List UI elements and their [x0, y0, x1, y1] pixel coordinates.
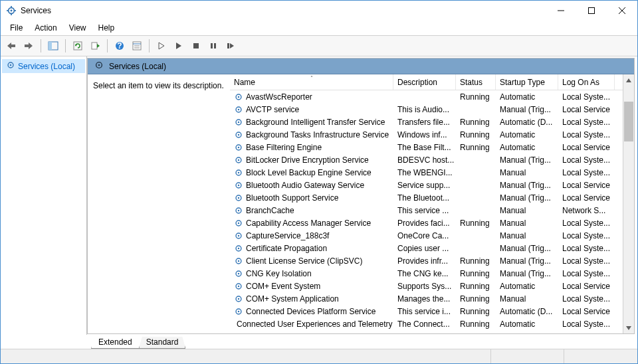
start-service-button-alt[interactable]	[171, 38, 187, 54]
service-row[interactable]: Connected Devices Platform ServiceThis s…	[230, 305, 623, 318]
scroll-down-icon[interactable]	[623, 322, 634, 333]
close-button[interactable]	[607, 1, 637, 21]
service-row[interactable]: Connected User Experiences and Telemetry…	[230, 318, 623, 330]
service-row[interactable]: CaptureService_188c3fOneCore Ca...Manual…	[230, 229, 623, 242]
service-row[interactable]: Bluetooth Support ServiceThe Bluetoot...…	[230, 191, 623, 204]
svg-rect-29	[211, 43, 213, 48]
cell-status: Running	[456, 319, 496, 329]
properties-button[interactable]	[129, 38, 145, 54]
service-row[interactable]: BranchCacheThis service ...ManualNetwork…	[230, 204, 623, 217]
scrollbar-track[interactable]	[623, 86, 634, 322]
cell-name: CNG Key Isolation	[230, 269, 393, 278]
cell-logon: Local Syste...	[558, 244, 615, 253]
column-header-description[interactable]: Description	[393, 74, 456, 90]
cell-logon: Local Syste...	[558, 118, 615, 127]
service-row[interactable]: Base Filtering EngineThe Base Filt...Run…	[230, 141, 623, 153]
services-list[interactable]: Name ˄ Description Status Startup Type L…	[230, 74, 623, 333]
service-row[interactable]: AvastWscReporterRunningAutomaticLocal Sy…	[230, 90, 623, 103]
service-icon	[234, 282, 243, 291]
maximize-button[interactable]	[576, 1, 607, 21]
menu-help[interactable]: Help	[93, 22, 120, 34]
services-icon	[6, 60, 15, 72]
console-tree[interactable]: Services (Local)	[1, 56, 87, 335]
vertical-scrollbar[interactable]	[623, 74, 634, 333]
svg-rect-7	[589, 8, 595, 14]
service-row[interactable]: Certificate PropagationCopies user ...Ma…	[230, 242, 623, 254]
forward-button[interactable]	[21, 38, 37, 54]
pause-service-button[interactable]	[205, 38, 221, 54]
svg-point-36	[98, 64, 100, 66]
service-icon	[234, 256, 243, 266]
service-row[interactable]: Background Intelligent Transfer ServiceT…	[230, 116, 623, 128]
start-service-button[interactable]	[154, 38, 169, 54]
cell-status: Running	[456, 118, 496, 127]
cell-startup: Automatic	[496, 92, 558, 102]
cell-name: Bluetooth Support Service	[230, 193, 393, 203]
service-row[interactable]: AVCTP serviceThis is Audio...Manual (Tri…	[230, 103, 623, 116]
menu-action[interactable]: Action	[29, 22, 62, 34]
cell-description: The WBENGI...	[393, 168, 456, 177]
tab-extended[interactable]: Extended	[91, 337, 140, 349]
cell-logon: Local Syste...	[558, 168, 615, 177]
service-row[interactable]: CNG Key IsolationThe CNG ke...RunningMan…	[230, 267, 623, 280]
scrollbar-thumb[interactable]	[624, 102, 633, 141]
show-hide-tree-button[interactable]	[45, 38, 61, 54]
cell-name: Background Intelligent Transfer Service	[230, 118, 393, 127]
cell-name: BitLocker Drive Encryption Service	[230, 155, 393, 165]
cell-logon: Local Syste...	[558, 92, 615, 102]
svg-point-38	[238, 96, 239, 97]
tab-standard[interactable]: Standard	[139, 337, 186, 349]
svg-point-66	[238, 272, 239, 274]
stop-service-button[interactable]	[188, 38, 204, 54]
cell-startup: Automatic	[496, 130, 558, 139]
cell-startup: Manual (Trig...	[496, 269, 558, 278]
cell-description: Manages the...	[393, 294, 456, 304]
back-button[interactable]	[3, 38, 19, 54]
svg-rect-11	[11, 45, 15, 47]
toolbar: ?	[1, 35, 637, 56]
export-list-button[interactable]	[87, 38, 103, 54]
tree-item-services-local[interactable]: Services (Local)	[2, 59, 85, 73]
service-row[interactable]: Background Tasks Infrastructure ServiceW…	[230, 128, 623, 141]
cell-description: This service ...	[393, 206, 456, 215]
cell-name: COM+ System Application	[230, 294, 393, 304]
cell-logon: Local Syste...	[558, 231, 615, 240]
help-button[interactable]: ?	[112, 38, 128, 54]
service-row[interactable]: COM+ Event SystemSupports Sys...RunningA…	[230, 280, 623, 292]
cell-startup: Automatic	[496, 143, 558, 152]
cell-name: CaptureService_188c3f	[230, 231, 393, 240]
svg-marker-27	[176, 43, 181, 49]
cell-startup: Manual (Trig...	[496, 155, 558, 165]
svg-marker-76	[626, 326, 631, 330]
pane-header: Services (Local)	[88, 58, 634, 74]
column-header-logon[interactable]: Log On As	[558, 74, 615, 90]
column-header-name[interactable]: Name ˄	[230, 74, 393, 90]
cell-description: Supports Sys...	[393, 282, 456, 291]
service-row[interactable]: BitLocker Drive Encryption ServiceBDESVC…	[230, 153, 623, 166]
service-row[interactable]: Block Level Backup Engine ServiceThe WBE…	[230, 166, 623, 179]
service-icon	[234, 130, 243, 139]
minimize-button[interactable]	[546, 1, 576, 21]
restart-service-button[interactable]	[223, 38, 239, 54]
service-row[interactable]: COM+ System ApplicationManages the...Run…	[230, 292, 623, 305]
svg-marker-19	[97, 44, 100, 48]
svg-point-50	[238, 171, 239, 173]
service-icon	[234, 294, 243, 304]
cell-status: Running	[456, 143, 496, 152]
service-row[interactable]: Capability Access Manager ServiceProvide…	[230, 217, 623, 229]
refresh-button[interactable]	[70, 38, 86, 54]
svg-marker-75	[626, 78, 631, 82]
service-row[interactable]: Bluetooth Audio Gateway ServiceService s…	[230, 179, 623, 191]
cell-startup: Manual (Trig...	[496, 244, 558, 253]
scroll-up-icon[interactable]	[623, 74, 634, 86]
cell-description: Windows inf...	[393, 130, 456, 139]
service-icon	[234, 168, 243, 177]
menubar: File Action View Help	[1, 21, 637, 35]
menu-file[interactable]: File	[5, 22, 28, 34]
cell-description: OneCore Ca...	[393, 231, 456, 240]
menu-view[interactable]: View	[64, 22, 92, 34]
column-header-startup[interactable]: Startup Type	[496, 74, 558, 90]
svg-point-34	[10, 64, 11, 66]
service-row[interactable]: Client License Service (ClipSVC)Provides…	[230, 254, 623, 267]
column-header-status[interactable]: Status	[456, 74, 496, 90]
